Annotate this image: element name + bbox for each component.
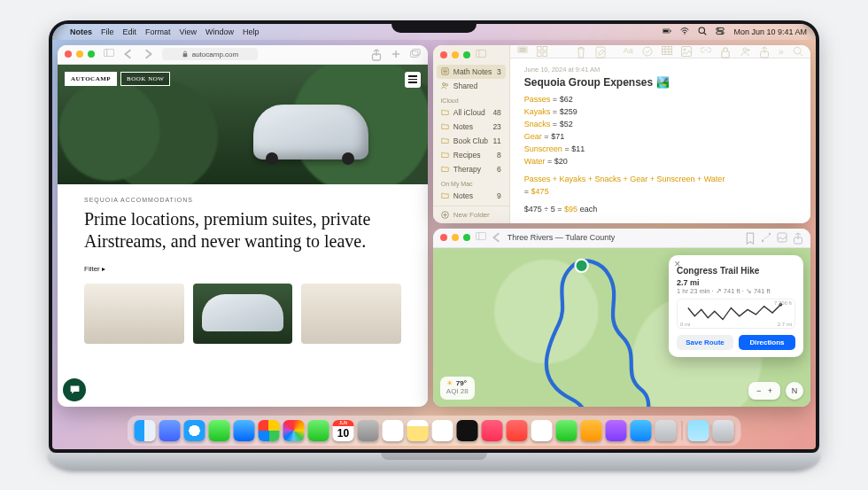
- svg-point-7: [717, 28, 719, 30]
- bookmark-icon[interactable]: [745, 232, 756, 243]
- sidebar-item-math-notes[interactable]: Math Notes3: [437, 65, 506, 79]
- accommodation-card[interactable]: [193, 284, 293, 344]
- spotlight-icon[interactable]: [698, 27, 707, 37]
- zoom-control[interactable]: − +: [748, 382, 780, 400]
- battery-icon[interactable]: [663, 27, 671, 37]
- forward-icon[interactable]: [143, 49, 153, 59]
- menu-format[interactable]: Format: [145, 27, 171, 36]
- dock-photos-icon[interactable]: [283, 420, 305, 441]
- sidebar-item[interactable]: Book Club11: [433, 134, 509, 148]
- back-icon[interactable]: [123, 49, 134, 59]
- menubar-app-name[interactable]: Notes: [70, 27, 92, 36]
- dock-maps-icon[interactable]: [259, 420, 280, 441]
- sidebar-icon[interactable]: [104, 49, 114, 59]
- dock-keynote-icon[interactable]: [531, 420, 553, 441]
- search-icon[interactable]: [793, 46, 803, 57]
- sidebar-item-shared[interactable]: Shared: [433, 79, 509, 93]
- dock-notes-icon[interactable]: [407, 420, 429, 441]
- dock-music-icon[interactable]: [482, 420, 503, 441]
- dock-contacts-icon[interactable]: [358, 420, 379, 441]
- dock-numbers-icon[interactable]: [556, 420, 577, 441]
- hamburger-menu-icon[interactable]: [405, 72, 421, 88]
- svg-rect-1: [663, 29, 669, 32]
- directions-button[interactable]: Directions: [739, 335, 795, 350]
- dock-podcasts-icon[interactable]: [606, 420, 627, 441]
- dock-reminders-icon[interactable]: [383, 420, 404, 441]
- new-folder-button[interactable]: New Folder: [433, 206, 509, 223]
- dock-downloads-icon[interactable]: [688, 420, 709, 441]
- dock-messages-icon[interactable]: [209, 420, 230, 441]
- sidebar-item[interactable]: Recipes8: [433, 148, 509, 162]
- dock-safari-icon[interactable]: [184, 420, 205, 441]
- accommodation-card[interactable]: [301, 284, 401, 344]
- save-route-button[interactable]: Save Route: [677, 335, 733, 350]
- dock-mail-icon[interactable]: [234, 420, 255, 441]
- map-mode-icon[interactable]: [777, 232, 787, 243]
- menu-edit[interactable]: Edit: [123, 27, 137, 36]
- svg-rect-12: [182, 53, 187, 57]
- back-icon[interactable]: [492, 232, 502, 243]
- maps-traffic-lights[interactable]: [440, 234, 470, 241]
- svg-line-37: [800, 53, 802, 56]
- sidebar-item[interactable]: Notes23: [433, 120, 509, 134]
- brand-logo[interactable]: AUTOCAMP: [65, 72, 117, 86]
- accommodation-card[interactable]: [84, 284, 184, 344]
- checklist-icon[interactable]: [642, 46, 653, 57]
- chat-fab[interactable]: [63, 378, 86, 401]
- svg-point-21: [446, 84, 447, 86]
- note-editor[interactable]: June 10, 2024 at 9:41 AM Sequoia Group E…: [510, 58, 810, 222]
- route-icon[interactable]: [761, 232, 771, 243]
- math-icon: [441, 67, 449, 75]
- menu-help[interactable]: Help: [243, 27, 260, 36]
- collaborate-icon[interactable]: [740, 46, 750, 57]
- new-note-icon[interactable]: [595, 46, 606, 57]
- dock-calendar-icon[interactable]: [333, 420, 354, 441]
- menubar-datetime[interactable]: Mon Jun 10 9:41 AM: [733, 27, 807, 36]
- view-list-icon[interactable]: [517, 46, 528, 57]
- notes-traffic-lights[interactable]: [440, 51, 470, 58]
- control-center-icon[interactable]: [716, 27, 725, 37]
- more-icon[interactable]: »: [779, 46, 784, 57]
- dock-trash-icon[interactable]: [713, 420, 734, 441]
- wifi-icon[interactable]: [680, 27, 689, 37]
- delete-note-icon[interactable]: [576, 46, 586, 57]
- format-icon[interactable]: Aa: [624, 46, 633, 57]
- view-grid-icon[interactable]: [537, 46, 547, 57]
- tabs-icon[interactable]: [410, 49, 421, 59]
- dock-news-icon[interactable]: [507, 420, 528, 441]
- lock-icon[interactable]: [720, 46, 731, 57]
- menu-window[interactable]: Window: [205, 27, 234, 36]
- dock-pages-icon[interactable]: [581, 420, 602, 441]
- menu-view[interactable]: View: [180, 27, 197, 36]
- svg-rect-26: [537, 52, 541, 57]
- weather-badge[interactable]: ☀79° AQI 28: [440, 377, 475, 400]
- compass-icon[interactable]: N: [786, 382, 803, 400]
- safari-url-bar[interactable]: autocamp.com: [162, 48, 258, 60]
- dock-settings-icon[interactable]: [655, 420, 677, 441]
- share-icon[interactable]: [759, 46, 770, 57]
- media-icon[interactable]: [681, 46, 692, 57]
- map-canvas[interactable]: ✕ Congress Trail Hike 2.7 mi 1 hr 23 min…: [433, 248, 810, 407]
- dock-appstore-icon[interactable]: [631, 420, 652, 441]
- dock-tv-icon[interactable]: [457, 420, 478, 441]
- sidebar-item[interactable]: All iCloud48: [433, 105, 509, 120]
- dock-freeform-icon[interactable]: [432, 420, 453, 441]
- link-icon[interactable]: [701, 46, 711, 57]
- dock-finder-icon[interactable]: [135, 420, 156, 441]
- sidebar-toggle-icon[interactable]: [476, 50, 486, 60]
- dock-share-icon[interactable]: [159, 420, 181, 441]
- filter-control[interactable]: Filter ▸: [84, 265, 401, 273]
- menu-file[interactable]: File: [101, 27, 114, 36]
- book-now-button[interactable]: BOOK NOW: [120, 72, 170, 86]
- share-icon[interactable]: [371, 49, 382, 59]
- new-tab-icon[interactable]: [391, 49, 401, 59]
- table-icon[interactable]: [662, 46, 672, 57]
- dock[interactable]: [128, 416, 741, 446]
- safari-traffic-lights[interactable]: [65, 51, 95, 58]
- sidebar-item[interactable]: Therapy6: [433, 162, 509, 176]
- dock-facetime-icon[interactable]: [308, 420, 329, 441]
- sidebar-item[interactable]: Notes9: [433, 189, 509, 203]
- share-icon[interactable]: [793, 232, 803, 243]
- sidebar-icon[interactable]: [476, 232, 486, 243]
- close-icon[interactable]: ✕: [674, 260, 681, 268]
